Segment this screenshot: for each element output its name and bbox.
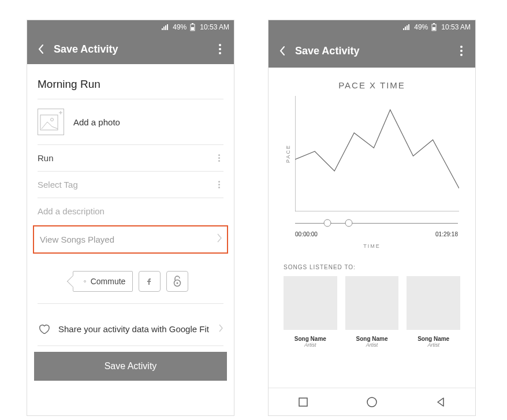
- time-start: 00:00:00: [295, 231, 318, 237]
- back-button[interactable]: [275, 44, 289, 58]
- status-bar: 49% 10:53 AM: [27, 20, 234, 34]
- svg-rect-2: [191, 27, 194, 30]
- nav-recent-button[interactable]: [297, 396, 310, 408]
- battery-icon: [190, 23, 195, 31]
- song-art-placeholder: [345, 276, 399, 330]
- activity-title-input[interactable]: Morning Run: [27, 64, 234, 99]
- chart-ylabel: PACE: [285, 144, 291, 163]
- activity-type-row[interactable]: Run: [27, 145, 234, 171]
- chart-svg: [295, 96, 459, 211]
- facebook-icon: [145, 277, 154, 286]
- song-card[interactable]: Song Name Artist: [284, 276, 337, 348]
- add-photo-label: Add a photo: [73, 117, 120, 127]
- song-card[interactable]: Song Name Artist: [407, 276, 460, 348]
- unlock-icon: [173, 276, 182, 287]
- song-name: Song Name: [294, 336, 326, 342]
- divider: [38, 303, 223, 304]
- svg-rect-12: [299, 398, 307, 406]
- song-name: Song Name: [356, 336, 388, 342]
- nav-home-button[interactable]: [366, 396, 378, 408]
- phone-screen-pace-chart: 49% 10:53 AM Save Activity PACE X TIME P…: [268, 20, 476, 416]
- heart-icon: [38, 322, 50, 335]
- svg-rect-1: [192, 23, 193, 24]
- commute-tag-chip[interactable]: Commute: [73, 271, 133, 292]
- scrubber-handle-start[interactable]: [324, 220, 331, 227]
- app-title: Save Activity: [295, 45, 454, 57]
- facebook-share-button[interactable]: [139, 271, 161, 292]
- time-end: 01:29:18: [435, 231, 458, 237]
- commute-label: Commute: [91, 277, 126, 286]
- share-google-fit-row[interactable]: Share your activity data with Google Fit: [27, 312, 234, 345]
- scrubber-track: [295, 223, 458, 224]
- description-placeholder: Add a description: [38, 206, 105, 216]
- privacy-unlock-button[interactable]: [166, 271, 188, 292]
- phone-screen-save-activity: 49% 10:53 AM Save Activity Morning Run A…: [27, 20, 234, 416]
- song-name: Song Name: [417, 336, 449, 342]
- svg-rect-8: [433, 23, 435, 24]
- status-time: 10:53 AM: [441, 23, 471, 31]
- app-bar: Save Activity: [27, 34, 234, 64]
- overflow-menu-icon[interactable]: [213, 42, 227, 56]
- activity-type-label: Run: [38, 153, 54, 163]
- status-bar: 49% 10:53 AM: [269, 20, 475, 34]
- signal-icon: [402, 24, 411, 31]
- back-button[interactable]: [34, 42, 48, 56]
- svg-point-4: [51, 118, 54, 121]
- add-photo-button[interactable]: Add a photo: [27, 99, 234, 144]
- photo-placeholder-icon: [38, 109, 64, 135]
- description-input[interactable]: Add a description: [27, 198, 234, 224]
- song-artist: Artist: [366, 342, 378, 348]
- time-labels: 00:00:00 01:29:18: [295, 231, 458, 237]
- select-tag-placeholder: Select Tag: [38, 180, 78, 189]
- song-artist: Artist: [427, 342, 439, 348]
- signal-icon: [161, 24, 169, 31]
- app-bar: Save Activity: [269, 34, 475, 68]
- songs-header: SONGS LISTENED TO:: [284, 264, 475, 270]
- song-art-placeholder: [407, 276, 460, 330]
- view-songs-played-row[interactable]: View Songs Played: [33, 225, 228, 254]
- battery-icon: [431, 23, 437, 31]
- chart-title: PACE X TIME: [269, 68, 475, 96]
- app-title: Save Activity: [54, 43, 213, 55]
- svg-point-13: [367, 397, 376, 407]
- view-songs-label: View Songs Played: [40, 235, 114, 244]
- content: Morning Run Add a photo Run Select Tag: [27, 64, 234, 415]
- status-time: 10:53 AM: [200, 23, 229, 31]
- scrubber-handle-end[interactable]: [345, 220, 353, 227]
- divider: [38, 345, 223, 346]
- content: PACE X TIME PACE 00:00:00 01:29:18 TIME …: [269, 68, 475, 415]
- overflow-menu-icon[interactable]: [454, 44, 468, 58]
- songs-grid: Song Name Artist Song Name Artist Song N…: [269, 276, 475, 348]
- select-tag-row[interactable]: Select Tag: [27, 172, 234, 198]
- battery-percent: 49%: [173, 23, 187, 31]
- chevron-right-icon: [219, 323, 223, 335]
- more-icon[interactable]: [214, 181, 223, 188]
- more-icon[interactable]: [214, 154, 223, 162]
- chart-xlabel: TIME: [269, 243, 475, 249]
- time-scrubber[interactable]: [295, 218, 458, 228]
- svg-point-6: [177, 283, 178, 284]
- song-art-placeholder: [284, 276, 337, 330]
- svg-rect-9: [433, 27, 435, 30]
- tag-row: Commute: [27, 254, 234, 303]
- save-activity-button[interactable]: Save Activity: [34, 352, 227, 381]
- battery-percent: 49%: [414, 23, 428, 31]
- pace-chart: PACE: [295, 96, 459, 211]
- song-artist: Artist: [304, 342, 316, 348]
- share-label: Share your activity data with Google Fit: [58, 323, 211, 335]
- chevron-right-icon: [217, 233, 222, 246]
- song-card[interactable]: Song Name Artist: [345, 276, 399, 348]
- android-nav-bar: [269, 388, 475, 415]
- nav-back-button[interactable]: [434, 396, 447, 408]
